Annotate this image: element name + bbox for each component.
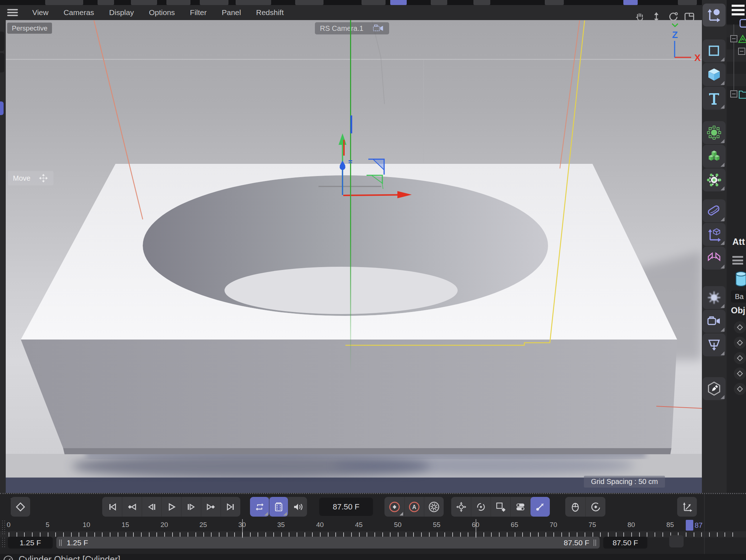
rectangle-tool-button[interactable] xyxy=(703,39,726,62)
axis-x-label: X xyxy=(694,52,701,63)
menu-item-cameras[interactable]: Cameras xyxy=(63,8,94,17)
keyframe-dot[interactable] xyxy=(734,321,746,333)
camera-object-button[interactable] xyxy=(703,310,726,333)
left-tab[interactable] xyxy=(0,32,4,51)
render-range-button[interactable] xyxy=(269,497,288,517)
generator-effector-button[interactable] xyxy=(703,169,726,191)
range-end-field[interactable]: 87.50 F xyxy=(603,537,647,549)
viewport-menu-icon[interactable] xyxy=(7,9,18,16)
ruler-tick xyxy=(110,532,110,537)
move-tool-button[interactable] xyxy=(703,4,726,27)
autokey-button[interactable]: A xyxy=(404,497,424,517)
object-manager-menu-icon[interactable] xyxy=(732,5,745,15)
range-start-field[interactable]: 1.25 F xyxy=(8,537,53,549)
keyframe-settings-button[interactable] xyxy=(424,497,444,517)
ruler-tick xyxy=(289,532,289,537)
keyframe-dot[interactable] xyxy=(734,367,746,380)
key-rotation-button[interactable] xyxy=(471,497,491,517)
transport-controls xyxy=(102,497,240,517)
tool-hint-label: Move xyxy=(13,174,30,182)
edit-material-button[interactable] xyxy=(703,377,726,400)
ruler-grip[interactable] xyxy=(1,520,6,534)
text-tool-button[interactable] xyxy=(703,87,726,110)
keyframe-dot[interactable] xyxy=(734,337,746,349)
tree-collapse-icon[interactable] xyxy=(730,90,737,98)
ruler-tick xyxy=(522,532,523,537)
panel-divider[interactable] xyxy=(704,494,705,555)
menu-item-display[interactable]: Display xyxy=(109,8,134,17)
tree-collapse-icon[interactable] xyxy=(730,35,737,42)
ruler-label-40: 40 xyxy=(316,521,324,529)
open-fcurve-window-button[interactable] xyxy=(677,497,697,517)
range-grip[interactable] xyxy=(1,537,6,548)
left-tab[interactable] xyxy=(0,53,4,72)
previous-key-button[interactable] xyxy=(122,497,142,517)
world-y-axis-line xyxy=(350,20,351,373)
menu-item-view[interactable]: View xyxy=(32,8,48,17)
ruler-label-65: 65 xyxy=(511,521,518,529)
ruler-tick xyxy=(312,532,313,537)
timeline-ruler[interactable]: 0510152025303540455055606570758085 87 1.… xyxy=(0,519,746,555)
ruler-tick xyxy=(701,532,702,537)
viewport-canvas[interactable] xyxy=(6,20,702,493)
sky-icon xyxy=(706,290,722,305)
side-panels-edge: Att Ba Obj xyxy=(727,0,746,493)
ruler-tick xyxy=(577,532,577,537)
key-parameters-button[interactable] xyxy=(510,497,530,517)
floor-object-button[interactable] xyxy=(703,333,726,356)
axes-workplane-button[interactable] xyxy=(703,223,726,246)
goto-end-button[interactable] xyxy=(221,497,240,517)
goto-start-button[interactable] xyxy=(102,497,122,517)
view-label-chip[interactable]: Perspective xyxy=(7,23,52,34)
menu-item-options[interactable]: Options xyxy=(149,8,175,17)
keying-selection-controls xyxy=(565,497,605,517)
preview-range-bar[interactable]: 1.25 F 87.50 F xyxy=(56,537,600,549)
tree-collapse-icon[interactable] xyxy=(738,48,745,55)
second-marker xyxy=(242,519,243,538)
sky-object-button[interactable] xyxy=(703,286,726,309)
range-right-handle[interactable] xyxy=(594,540,597,546)
range-left-handle[interactable] xyxy=(59,540,62,546)
subdivision-surface-button[interactable] xyxy=(703,121,726,144)
play-button[interactable] xyxy=(161,497,181,517)
keyframe-bar-toggle-button[interactable] xyxy=(11,497,30,517)
basic-tab[interactable]: Ba xyxy=(731,290,746,303)
attributes-menu-icon[interactable] xyxy=(732,256,743,265)
range-bar-end-label: 87.50 F xyxy=(564,538,589,547)
cube-primitive-button[interactable] xyxy=(703,63,726,86)
keyframe-selection-button[interactable] xyxy=(585,497,605,517)
next-key-button[interactable] xyxy=(201,497,221,517)
ruler-tick xyxy=(16,532,17,537)
ruler-label-5: 5 xyxy=(46,521,49,529)
mouse-recording-button[interactable] xyxy=(565,497,585,517)
tool-hint-chip: Move xyxy=(8,171,53,185)
playhead[interactable] xyxy=(686,520,693,531)
key-pla-button[interactable] xyxy=(530,497,550,517)
ruler-tick xyxy=(592,532,593,537)
array-generator-button[interactable] xyxy=(703,145,726,168)
bend-deformer-button[interactable] xyxy=(703,199,726,222)
camera-label-chip[interactable]: RS Camera.1 xyxy=(315,22,389,34)
menu-item-filter[interactable]: Filter xyxy=(190,8,207,17)
keyframe-dot[interactable] xyxy=(734,383,746,395)
floor-object-icon xyxy=(706,337,722,353)
previous-frame-button[interactable] xyxy=(142,497,161,517)
ruler-tick xyxy=(273,532,274,537)
symmetry-button[interactable] xyxy=(703,247,726,270)
keying-controls: A xyxy=(384,497,444,517)
sound-toggle-button[interactable] xyxy=(288,497,307,517)
loop-playback-button[interactable] xyxy=(250,497,269,517)
left-tab-active[interactable] xyxy=(0,101,4,115)
ruler-label-0: 0 xyxy=(7,521,11,529)
menu-item-redshift[interactable]: Redshift xyxy=(256,8,284,17)
next-frame-button[interactable] xyxy=(181,497,201,517)
record-keyframe-button[interactable] xyxy=(384,497,404,517)
keyframe-dot[interactable] xyxy=(734,352,746,364)
key-scale-button[interactable] xyxy=(491,497,510,517)
key-position-button[interactable] xyxy=(451,497,471,517)
ruler-tick xyxy=(437,532,438,537)
ruler-tick xyxy=(343,532,344,537)
current-frame-field[interactable]: 87.50 F xyxy=(319,498,373,516)
menu-item-panel[interactable]: Panel xyxy=(222,8,241,17)
ruler-label-55: 55 xyxy=(433,521,440,529)
